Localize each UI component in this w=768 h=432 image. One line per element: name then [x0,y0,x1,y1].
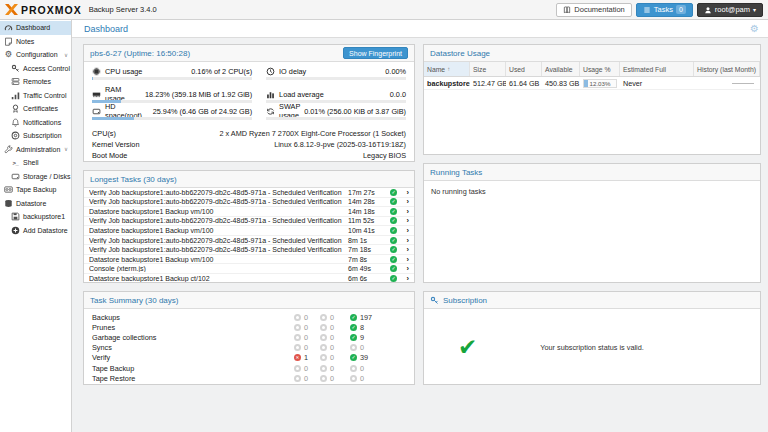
sidebar-item-label: Storage / Disks [23,173,70,180]
host-status-panel: pbs-6-27 (Uptime: 16:50:28) Show Fingerp… [83,44,415,162]
chevron-right-icon[interactable]: › [397,245,409,254]
floppy-icon [11,212,20,221]
sidebar-item-tape-backup[interactable]: Tape Backup [0,183,71,197]
task-row[interactable]: Verify Job backupstore1:auto-bb622079-db… [84,236,414,246]
error-count-cell: 0 [294,323,320,332]
datastore-usage-header: Datastore Usage [424,45,760,62]
warning-count-cell: 0 [320,323,350,332]
task-summary-panel: Task Summary (30 days) Backups00✓197Prun… [83,291,415,385]
task-type-label: Tape Backup [92,364,294,373]
task-row[interactable]: Verify Job backupstore1:auto-bb622079-db… [84,217,414,227]
sidebar-item-configuration[interactable]: ⚙Configuration∨ [0,48,71,62]
task-row[interactable]: Verify Job backupstore1:auto-bb622079-db… [84,198,414,208]
caret-down-icon: ▾ [753,7,756,13]
task-summary-row-prunes: Prunes00✓8 [84,322,414,332]
zero-status-icon [294,334,301,341]
sidebar-item-administration[interactable]: Administration∨ [0,143,71,157]
task-duration: 7m 18s [348,246,390,253]
chevron-right-icon[interactable]: › [397,226,409,235]
chevron-right-icon[interactable]: › [397,236,409,245]
gauge-swap-usage: SWAP usage0.01% (256.00 KiB of 3.87 GiB) [266,106,406,120]
gauge-bar [92,117,252,120]
chevron-right-icon[interactable]: › [397,207,409,216]
task-row[interactable]: Datastore backupstore1 Backup vm/1007m 8… [84,255,414,265]
task-row[interactable]: Console (xterm.js)6m 49s✓› [84,264,414,274]
ok-status-icon: ✓ [390,227,397,234]
collapse-icon[interactable]: ∨ [64,52,68,58]
count-value: 1 [304,353,308,362]
zero-status-icon [294,344,301,351]
column-header-history-last-month[interactable]: History (last Month) [694,62,760,76]
user-menu-button[interactable]: root@pam ▾ [697,3,763,17]
error-count-cell: 0 [294,333,320,342]
sidebar-item-shell[interactable]: >_Shell [0,156,71,170]
cell-est: Never [620,79,694,88]
ok-count-cell: 0 [350,343,378,352]
task-name: Verify Job backupstore1:auto-bb622079-db… [89,198,348,205]
zero-status-icon [294,314,301,321]
chevron-right-icon[interactable]: › [397,264,409,273]
sidebar-item-remotes[interactable]: Remotes [0,75,71,89]
count-value: 8 [360,323,364,332]
info-row-boot-mode: Boot ModeLegacy BIOS [92,150,406,161]
warning-count-cell: 0 [320,333,350,342]
info-label: CPU(s) [92,129,116,138]
chevron-right-icon[interactable]: › [397,216,409,225]
ok-count-cell: 0 [350,364,378,373]
sidebar-item-storage-disks[interactable]: Storage / Disks [0,170,71,184]
collapse-icon[interactable]: ∨ [64,146,68,152]
sidebar-item-access-control[interactable]: Access Control [0,62,71,76]
gauge-ram-usage: RAM usage18.23% (359.18 MiB of 1.92 GiB) [92,89,252,103]
gear-icon[interactable]: ⚙ [750,24,759,34]
sidebar-item-subscription[interactable]: Subscription [0,129,71,143]
sidebar-item-notes[interactable]: Notes [0,35,71,49]
logo-text: PROXMOX [21,4,82,16]
column-header-available[interactable]: Available [542,62,580,76]
sidebar-item-datastore[interactable]: Datastore [0,197,71,211]
sidebar-item-label: Shell [23,159,39,166]
load-icon [266,90,275,99]
sidebar-item-traffic-control[interactable]: Traffic Control [0,89,71,103]
column-header-name[interactable]: Name↑ [424,62,470,76]
sidebar-item-notifications[interactable]: Notifications [0,116,71,130]
show-fingerprint-button[interactable]: Show Fingerprint [343,47,408,59]
gauge-label: Load average [279,90,324,99]
column-header-estimated-full[interactable]: Estimated Full [620,62,694,76]
task-row[interactable]: Datastore backupstore1 Backup ct/1026m 6… [84,274,414,283]
info-label: Kernel Version [92,140,139,149]
breadcrumb-bar: Dashboard ⚙ [72,20,768,38]
sidebar-item-backupstore1[interactable]: backupstore1 [0,210,71,224]
sidebar-item-dashboard[interactable]: Dashboard [0,21,71,35]
proxmox-x-icon [5,4,18,15]
datastore-table-body: backupstore1512.47 GB61.64 GB450.83 GB12… [424,77,760,90]
documentation-button[interactable]: Documentation [556,3,631,17]
ok-status-icon: ✓ [390,237,397,244]
gauge-bar [92,77,252,80]
task-row[interactable]: Datastore backupstore1 Backup vm/10010m … [84,226,414,236]
datastore-table-header: Name↑SizeUsedAvailableUsage %Estimated F… [424,62,760,77]
gauge-value: 25.94% (6.46 GB of 24.92 GB) [153,107,252,116]
column-header-usage[interactable]: Usage % [580,62,620,76]
column-header-used[interactable]: Used [506,62,542,76]
tasks-button[interactable]: Tasks 0 [636,3,693,17]
sidebar-item-add-datastore[interactable]: Add Datastore [0,224,71,238]
task-name: Datastore backupstore1 Backup vm/100 [89,256,348,263]
info-row-cpu-s: CPU(s)2 x AMD Ryzen 7 2700X Eight-Core P… [92,128,406,139]
count-value: 0 [304,313,308,322]
chevron-right-icon[interactable]: › [397,274,409,283]
task-row[interactable]: Verify Job backupstore1:auto-bb622079-db… [84,245,414,255]
datastore-row[interactable]: backupstore1512.47 GB61.64 GB450.83 GB12… [424,77,760,90]
task-row[interactable]: Verify Job backupstore1:auto-bb622079-db… [84,188,414,198]
gauge-cpu-usage: CPU usage0.16% of 2 CPU(s) [92,66,252,80]
subscription-status-text: Your subscription status is valid. [424,342,760,351]
chevron-right-icon[interactable]: › [397,197,409,206]
task-row[interactable]: Datastore backupstore1 Backup vm/10014m … [84,207,414,217]
longest-tasks-header: Longest Tasks (30 days) [84,171,414,188]
chevron-right-icon[interactable]: › [397,255,409,264]
column-header-size[interactable]: Size [470,62,506,76]
chevron-right-icon[interactable]: › [397,188,409,197]
sidebar-item-certificates[interactable]: Certificates [0,102,71,116]
task-summary-list: Backups00✓197Prunes00✓8Garbage collectio… [84,309,414,383]
task-type-label: Garbage collections [92,333,294,342]
warning-count-cell: 0 [320,353,350,362]
